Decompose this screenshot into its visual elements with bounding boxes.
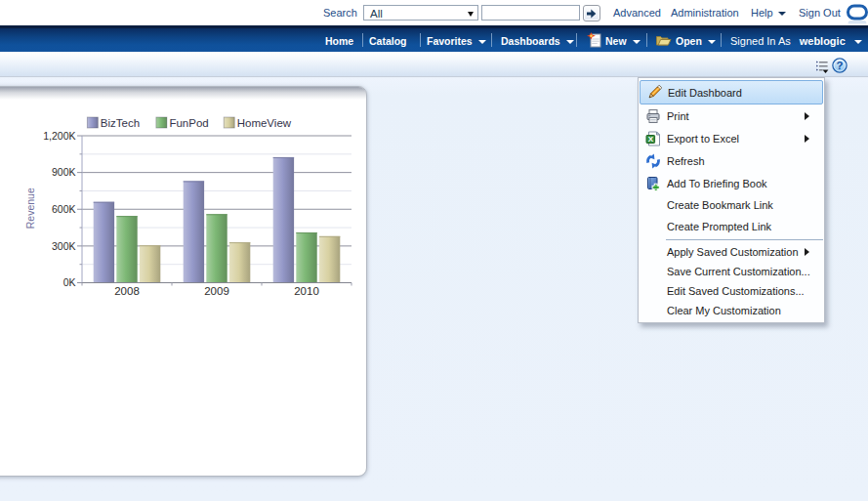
- revenue-bar-chart: 0K300K600K900K1,200K200820092010BizTechF…: [0, 87, 368, 478]
- page-options-button[interactable]: [814, 60, 829, 74]
- nav-separator: [491, 33, 492, 47]
- svg-text:300K: 300K: [52, 240, 76, 252]
- signed-in-menu[interactable]: Signed In As weblogic: [730, 29, 862, 53]
- nav-new[interactable]: New: [605, 29, 641, 53]
- svg-text:FunPod: FunPod: [169, 117, 208, 129]
- signed-in-as-label: Signed In As: [730, 35, 791, 47]
- svg-text:900K: 900K: [52, 166, 76, 178]
- svg-text:HomeView: HomeView: [237, 117, 292, 129]
- go-arrow-icon: [586, 8, 598, 20]
- svg-text:2008: 2008: [114, 285, 140, 297]
- nav-catalog[interactable]: Catalog: [369, 29, 407, 53]
- menu-item-save-current-customization[interactable]: Save Current Customization...: [640, 262, 823, 281]
- top-utility-bar: Search All Advanced Administration Help …: [0, 0, 868, 25]
- menu-item-edit-saved-customizations[interactable]: Edit Saved Customizations...: [640, 281, 823, 301]
- signed-in-username: weblogic: [800, 35, 846, 47]
- nav-open[interactable]: Open: [676, 29, 716, 53]
- dashboard-toolbar: ?: [0, 52, 868, 77]
- refresh-icon: [645, 153, 661, 169]
- nav-favorites[interactable]: Favorites: [427, 29, 486, 53]
- svg-text:2010: 2010: [294, 285, 319, 297]
- menu-item-edit-dashboard[interactable]: Edit Dashboard: [640, 80, 823, 104]
- search-scope-value: All: [370, 8, 383, 20]
- nav-dashboards[interactable]: Dashboards: [501, 29, 574, 53]
- svg-text:600K: 600K: [52, 203, 76, 215]
- submenu-arrow-icon: [805, 112, 809, 120]
- menu-item-print[interactable]: Print: [640, 104, 823, 127]
- nav-separator: [576, 33, 577, 47]
- nav-separator: [721, 33, 722, 47]
- open-dropdown-icon: [708, 40, 716, 44]
- user-dropdown-icon: [854, 40, 862, 44]
- svg-text:1,200K: 1,200K: [43, 130, 75, 142]
- menu-item-create-prompted-link[interactable]: Create Prompted Link: [640, 216, 823, 237]
- favorites-dropdown-icon: [478, 40, 486, 44]
- search-label: Search: [323, 7, 357, 19]
- pencil-icon: [646, 85, 662, 101]
- menu-item-create-bookmark-link[interactable]: Create Bookmark Link: [640, 194, 823, 216]
- sign-out-link[interactable]: Sign Out: [799, 7, 841, 19]
- search-scope-select[interactable]: All: [363, 5, 478, 21]
- new-document-icon: [587, 32, 602, 52]
- nav-separator: [420, 33, 421, 47]
- help-button[interactable]: ?: [832, 58, 847, 73]
- svg-text:?: ?: [836, 60, 843, 71]
- new-dropdown-icon: [633, 40, 641, 44]
- svg-text:2009: 2009: [204, 285, 229, 297]
- menu-item-export-to-excel[interactable]: X Export to Excel: [640, 127, 823, 149]
- excel-icon: X: [645, 131, 661, 146]
- search-go-button[interactable]: [583, 5, 600, 21]
- submenu-arrow-icon: [805, 248, 809, 256]
- dashboard-options-menu: Edit Dashboard Print X Export to Exc: [638, 77, 825, 323]
- menu-item-add-to-briefing-book[interactable]: Add To Briefing Book: [640, 172, 823, 194]
- nav-home[interactable]: Home: [325, 29, 353, 53]
- help-menu[interactable]: Help: [751, 7, 773, 19]
- nav-separator: [646, 33, 647, 47]
- help-dropdown-icon[interactable]: [778, 12, 786, 16]
- nav-separator: [362, 33, 363, 47]
- printer-icon: [645, 108, 661, 124]
- menu-separator: [666, 239, 823, 240]
- menu-item-clear-my-customization[interactable]: Clear My Customization: [640, 301, 823, 320]
- svg-text:0K: 0K: [63, 276, 76, 288]
- search-input[interactable]: [481, 5, 580, 21]
- menu-item-apply-saved-customization[interactable]: Apply Saved Customization: [640, 242, 823, 262]
- submenu-arrow-icon: [805, 135, 809, 143]
- administration-link[interactable]: Administration: [671, 7, 739, 19]
- main-navigation-bar: Home Catalog Favorites Dashboards New Op…: [0, 25, 868, 52]
- menu-item-refresh[interactable]: Refresh: [640, 149, 823, 172]
- select-dropdown-icon: [468, 12, 474, 17]
- chart-panel: 0K300K600K900K1,200K200820092010BizTechF…: [0, 86, 367, 477]
- advanced-link[interactable]: Advanced: [613, 7, 661, 19]
- briefing-book-icon: [645, 176, 661, 191]
- svg-text:Revenue: Revenue: [24, 188, 36, 229]
- open-folder-icon: [655, 32, 672, 52]
- dashboards-dropdown-icon: [566, 40, 574, 44]
- svg-text:X: X: [648, 135, 654, 144]
- svg-text:BizTech: BizTech: [101, 117, 140, 129]
